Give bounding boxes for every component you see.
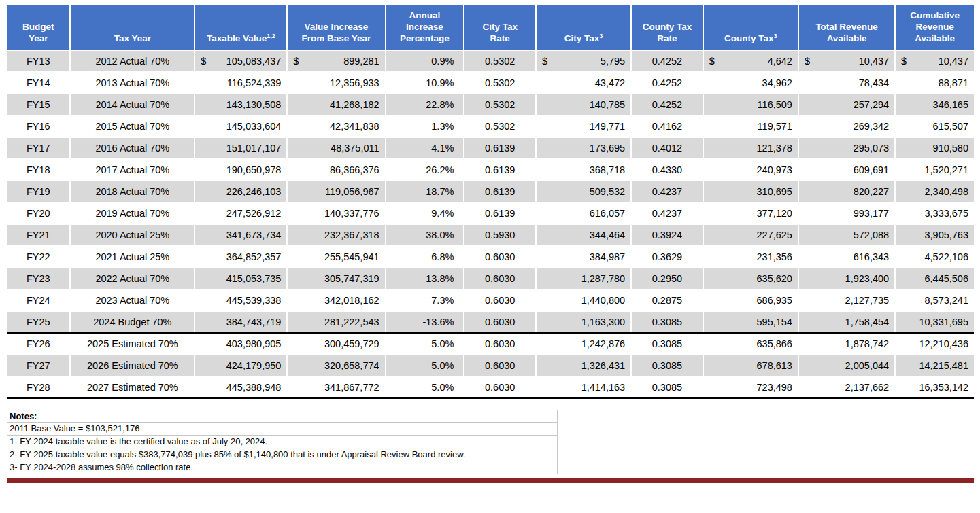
cell-value: 820,227 [811, 186, 889, 197]
cell-value: 346,165 [908, 99, 968, 110]
cell-value: 173,695 [549, 143, 625, 154]
cell-value: 1,520,271 [908, 164, 968, 175]
cell-value: 14,215,481 [908, 360, 968, 371]
cell-value: 300,459,729 [300, 338, 379, 349]
cell-city_tax: 1,242,876 [536, 333, 631, 355]
table-row-fy18: FY182017 Actual 70%190,650,97886,366,376… [7, 159, 974, 181]
cell-annual_increase_pct: 7.3% [386, 289, 464, 311]
cell-county_tax: 310,695 [703, 181, 798, 202]
cell-annual_increase_pct: 9.4% [386, 202, 464, 224]
cell-value: 686,935 [716, 295, 792, 306]
cell-value: 2,340,498 [908, 186, 968, 197]
cell-taxable_value: 143,130,508 [195, 94, 287, 116]
note-line-1: 2011 Base Value = $103,521,176 [7, 423, 558, 436]
cell-value: 16,353,142 [908, 382, 968, 393]
cell-city_tax_rate: 0.6139 [464, 159, 536, 181]
cell-value: 305,747,319 [300, 273, 379, 284]
cell-value: 341,673,734 [207, 230, 281, 241]
cell-total_revenue: 1,878,742 [798, 333, 895, 355]
cell-city_tax: 1,326,431 [536, 355, 631, 376]
table-row-fy25: FY252024 Budget 70%384,743,719281,222,54… [7, 311, 974, 333]
cell-taxable_value: 403,980,905 [195, 333, 287, 355]
cell-tax_year: 2019 Actual 70% [70, 202, 195, 224]
cell-tax_year: 2017 Actual 70% [70, 159, 195, 181]
cell-cumulative_revenue: 14,215,481 [895, 355, 974, 376]
cell-city_tax_rate: 0.5302 [464, 116, 536, 137]
cell-value_increase: 86,366,376 [287, 159, 385, 181]
cell-value_increase: 42,341,838 [287, 116, 385, 137]
cell-value: 509,532 [549, 186, 625, 197]
cell-county_tax_rate: 0.3085 [631, 311, 703, 333]
cell-value: 43,472 [549, 77, 625, 88]
cell-total_revenue: 616,343 [798, 246, 895, 268]
cell-value: 226,246,103 [207, 186, 281, 197]
cell-budget_year: FY22 [7, 246, 70, 268]
cell-value_increase: 341,867,772 [287, 376, 385, 398]
table-row-fy23: FY232022 Actual 70%415,053,735305,747,31… [7, 268, 974, 289]
table-row-fy13: FY132012 Actual 70%$105,083,437$899,2810… [7, 50, 974, 72]
cell-city_tax: 1,414,163 [536, 376, 631, 398]
cell-value: 116,509 [716, 99, 792, 110]
cell-county_tax_rate: 0.4252 [631, 50, 703, 72]
cell-budget_year: FY26 [7, 333, 70, 355]
cell-value: 3,905,763 [908, 230, 968, 241]
cell-budget_year: FY20 [7, 202, 70, 224]
cell-city_tax_rate: 0.6030 [464, 333, 536, 355]
cell-value: 257,294 [811, 99, 889, 110]
cell-value_increase: 12,356,933 [287, 72, 385, 94]
cell-value: 48,375,011 [300, 143, 379, 154]
cell-city_tax: 173,695 [536, 137, 631, 159]
table-row-fy22: FY222021 Actual 25%364,852,357255,545,94… [7, 246, 974, 268]
cell-budget_year: FY18 [7, 159, 70, 181]
cell-value: 341,867,772 [300, 382, 379, 393]
cell-city_tax_rate: 0.6030 [464, 311, 536, 333]
cell-value: 342,018,162 [300, 295, 379, 306]
header-total_revenue: Total RevenueAvailable [798, 5, 895, 50]
cell-value: 143,130,508 [207, 99, 281, 110]
table-row-fy26: FY262025 Estimated 70%403,980,905300,459… [7, 333, 974, 355]
cell-city_tax_rate: 0.5302 [464, 94, 536, 116]
cell-value: 240,973 [716, 164, 792, 175]
cell-value: 616,057 [549, 208, 625, 219]
cell-county_tax_rate: 0.3924 [631, 224, 703, 246]
cell-cumulative_revenue: 3,905,763 [895, 224, 974, 246]
cell-total_revenue: 1,758,454 [798, 311, 895, 333]
cell-city_tax_rate: 0.6030 [464, 246, 536, 268]
cell-value: 42,341,838 [300, 121, 379, 132]
cell-value: 2,137,662 [811, 382, 889, 393]
cell-cumulative_revenue: $10,437 [895, 50, 974, 72]
bottom-divider-rule [7, 478, 974, 483]
cell-cumulative_revenue: 910,580 [895, 137, 974, 159]
header-county_tax_rate: County TaxRate [631, 5, 703, 50]
cell-annual_increase_pct: 0.9% [386, 50, 464, 72]
cell-value: 3,333,675 [908, 208, 968, 219]
cell-city_tax_rate: 0.5930 [464, 224, 536, 246]
cell-tax_year: 2016 Actual 70% [70, 137, 195, 159]
cell-value: 899,281 [300, 56, 379, 67]
cell-value: 424,179,950 [207, 360, 281, 371]
cell-county_tax_rate: 0.3629 [631, 246, 703, 268]
cell-city_tax: 140,785 [536, 94, 631, 116]
cell-budget_year: FY13 [7, 50, 70, 72]
cell-city_tax_rate: 0.6030 [464, 355, 536, 376]
cell-taxable_value: 364,852,357 [195, 246, 287, 268]
cell-total_revenue: 2,137,662 [798, 376, 895, 398]
cell-county_tax_rate: 0.4012 [631, 137, 703, 159]
header-taxable_value: Taxable Value1,2 [195, 5, 287, 50]
cell-value: 119,056,967 [300, 186, 379, 197]
cell-cumulative_revenue: 4,522,106 [895, 246, 974, 268]
cell-value: 723,498 [716, 382, 792, 393]
cell-city_tax: 509,532 [536, 181, 631, 202]
cell-total_revenue: 2,127,735 [798, 289, 895, 311]
cell-city_tax_rate: 0.6139 [464, 181, 536, 202]
table-row-fy19: FY192018 Actual 70%226,246,103119,056,96… [7, 181, 974, 202]
cell-value_increase: 320,658,774 [287, 355, 385, 376]
cell-value: 1,923,400 [811, 273, 889, 284]
cell-total_revenue: 257,294 [798, 94, 895, 116]
cell-cumulative_revenue: 10,331,695 [895, 311, 974, 333]
cell-value: 2,127,735 [811, 295, 889, 306]
cell-budget_year: FY24 [7, 289, 70, 311]
cell-value_increase: 281,222,543 [287, 311, 385, 333]
cell-value: 1,287,780 [549, 273, 625, 284]
cell-county_tax_rate: 0.3085 [631, 355, 703, 376]
